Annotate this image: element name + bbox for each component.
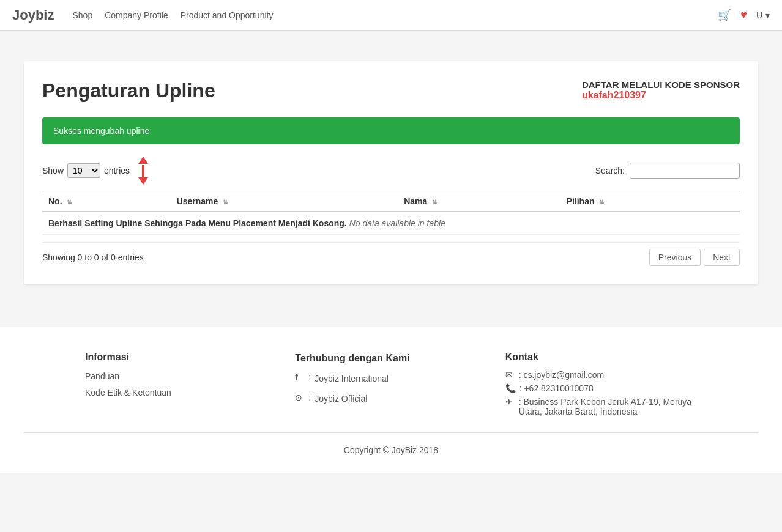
kontak-phone-text: : +62 82310010078: [519, 383, 594, 393]
search-label: Search:: [595, 166, 625, 175]
sort-icon-no: ⇅: [67, 199, 72, 205]
panduan-link[interactable]: Panduan: [85, 370, 277, 383]
next-button[interactable]: Next: [704, 249, 740, 266]
entries-label: entries: [104, 166, 130, 175]
search-area: Search:: [595, 163, 740, 179]
col-nama[interactable]: Nama ⇅: [398, 191, 560, 212]
sponsor-code: ukafah210397: [582, 90, 646, 100]
brand-logo[interactable]: Joybiz: [12, 7, 54, 23]
col-no-label: No.: [48, 196, 62, 206]
terhubung-instagram: ⊙ : Joybiz Official: [295, 393, 486, 409]
kontak-phone: 📞 : +62 82310010078: [505, 383, 697, 393]
col-username[interactable]: Username ⇅: [171, 191, 398, 212]
footer-inner: Informasi Panduan Kode Etik & Ketentuan …: [24, 352, 758, 420]
show-label: Show: [42, 166, 64, 175]
instagram-separator: :: [308, 393, 311, 402]
table-message-cell: Berhasil Setting Upline Sehingga Pada Me…: [42, 212, 740, 235]
arrow-shaft-shape: [142, 165, 144, 177]
col-nama-label: Nama: [404, 196, 427, 206]
col-pilihan-label: Pilihan: [567, 196, 595, 206]
entries-select[interactable]: 10 25 50 100: [67, 163, 100, 178]
main-container: Pengaturan Upline DAFTAR MELALUI KODE SP…: [24, 61, 758, 284]
table-controls-bottom: Showing 0 to 0 of 0 entries Previous Nex…: [42, 242, 740, 266]
no-data-text: No data available in table: [349, 218, 445, 228]
terhubung-facebook: f : Joybiz International: [295, 372, 486, 389]
dropdown-chevron: ▾: [765, 10, 770, 20]
sponsor-section: DAFTAR MELALUI KODE SPONSOR ukafah210397: [582, 79, 740, 101]
header-row: No. ⇅ Username ⇅ Nama ⇅ Pilihan ⇅: [42, 191, 740, 212]
instagram-icon: ⊙: [295, 393, 305, 402]
arrow-down-shape: [138, 177, 148, 185]
pagination-buttons: Previous Next: [649, 249, 740, 266]
email-icon: ✉: [505, 370, 515, 380]
terhubung-title: Terhubung dengan Kami: [295, 352, 486, 365]
alert-success: Sukses mengubah upline: [42, 117, 740, 144]
sponsor-label: DAFTAR MELALUI KODE SPONSOR: [582, 79, 740, 90]
footer: Informasi Panduan Kode Etik & Ketentuan …: [0, 327, 782, 473]
footer-terhubung: Terhubung dengan Kami f : Joybiz Interna…: [295, 352, 486, 420]
user-dropdown[interactable]: U ▾: [756, 10, 770, 20]
facebook-link[interactable]: Joybiz International: [315, 372, 389, 385]
kode-etik-link[interactable]: Kode Etik & Ketentuan: [85, 386, 277, 399]
user-label: U: [756, 10, 762, 20]
kontak-email-text: : cs.joybiz@gmail.com: [519, 370, 604, 380]
table-message-row: Berhasil Setting Upline Sehingga Pada Me…: [42, 212, 740, 235]
nav-shop[interactable]: Shop: [72, 10, 92, 20]
informasi-title: Informasi: [85, 352, 277, 363]
arrow-up-shape: [138, 157, 148, 164]
footer-divider: [24, 432, 758, 433]
page-header: Pengaturan Upline DAFTAR MELALUI KODE SP…: [42, 79, 740, 102]
arrow-indicator: [138, 157, 148, 185]
sort-icon-username: ⇅: [223, 199, 228, 205]
sort-icon-pilihan: ⇅: [599, 199, 604, 205]
facebook-icon: f: [295, 372, 305, 382]
data-table: No. ⇅ Username ⇅ Nama ⇅ Pilihan ⇅: [42, 191, 740, 235]
sort-icon-nama: ⇅: [432, 199, 437, 205]
nav-links: Shop Company Profile Product and Opportu…: [72, 10, 273, 20]
phone-icon: 📞: [505, 383, 516, 393]
col-no[interactable]: No. ⇅: [42, 191, 171, 212]
showing-info: Showing 0 to 0 of 0 entries: [42, 253, 144, 262]
previous-button[interactable]: Previous: [649, 249, 701, 266]
footer-copyright: Copyright © JoyBiz 2018: [12, 445, 770, 461]
col-username-label: Username: [177, 196, 218, 206]
facebook-separator: :: [308, 372, 311, 382]
kontak-title: Kontak: [505, 352, 697, 363]
footer-informasi: Informasi Panduan Kode Etik & Ketentuan: [85, 352, 277, 420]
cart-icon[interactable]: 🛒: [718, 9, 731, 22]
nav-product-opportunity[interactable]: Product and Opportunity: [181, 10, 274, 20]
search-input[interactable]: [630, 163, 740, 179]
footer-kontak: Kontak ✉ : cs.joybiz@gmail.com 📞 : +62 8…: [505, 352, 697, 420]
table-controls-top: Show 10 25 50 100 entries Search:: [42, 157, 740, 185]
kontak-address-text: : Business Park Kebon Jeruk A17-19, Meru…: [519, 397, 697, 416]
table-header: No. ⇅ Username ⇅ Nama ⇅ Pilihan ⇅: [42, 191, 740, 212]
col-pilihan[interactable]: Pilihan ⇅: [560, 191, 740, 212]
navbar-right: 🛒 ♥ U ▾: [718, 9, 770, 22]
page-title: Pengaturan Upline: [42, 79, 215, 102]
heart-icon[interactable]: ♥: [740, 9, 747, 21]
kontak-address: ✈ : Business Park Kebon Jeruk A17-19, Me…: [505, 397, 697, 416]
show-entries: Show 10 25 50 100 entries: [42, 157, 148, 185]
nav-company-profile[interactable]: Company Profile: [105, 10, 168, 20]
location-icon: ✈: [505, 397, 515, 407]
berhasil-text: Berhasil Setting Upline Sehingga Pada Me…: [48, 218, 347, 228]
instagram-link[interactable]: Joybiz Official: [315, 393, 367, 405]
navbar: Joybiz Shop Company Profile Product and …: [0, 0, 782, 31]
kontak-email: ✉ : cs.joybiz@gmail.com: [505, 370, 697, 380]
table-body: Berhasil Setting Upline Sehingga Pada Me…: [42, 212, 740, 235]
